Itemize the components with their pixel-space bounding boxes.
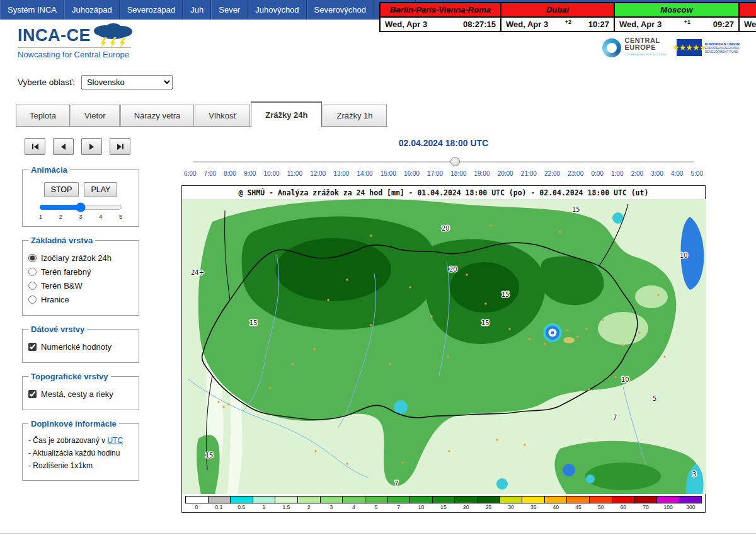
animation-fieldset: Animácia STOP PLAY 12345 bbox=[22, 165, 139, 227]
radio-terrain-bw-label: Terén B&W bbox=[41, 281, 83, 290]
hour-tick[interactable]: 5:00 bbox=[691, 170, 703, 177]
time-slider[interactable] bbox=[193, 157, 694, 167]
hour-tick[interactable]: 23:00 bbox=[568, 170, 583, 177]
hour-tick[interactable]: 22:00 bbox=[544, 170, 560, 177]
hour-tick[interactable]: 9:00 bbox=[244, 170, 256, 177]
nav-item[interactable]: Juhozápad bbox=[64, 0, 120, 20]
central-europe-line2: EUROPE bbox=[625, 44, 667, 51]
colorbar-segment bbox=[612, 497, 635, 503]
hour-tick[interactable]: 7:00 bbox=[204, 170, 216, 177]
checkbox-numeric-values[interactable]: Numerické hodnoty bbox=[28, 342, 133, 352]
time-slider-track[interactable] bbox=[193, 161, 694, 163]
hour-tick[interactable]: 14:00 bbox=[357, 170, 373, 177]
nav-item[interactable]: Severovýchod bbox=[307, 0, 374, 20]
eu-flag-icon: ★★★★★ bbox=[677, 39, 702, 56]
colorbar-segment bbox=[186, 497, 209, 503]
radio-isolines-24h-input[interactable] bbox=[28, 254, 37, 262]
radio-isolines-24h-label: Izočiary zrážok 24h bbox=[41, 253, 112, 263]
tab-teplota[interactable]: Teplota bbox=[16, 105, 70, 126]
colorbar-label: 5 bbox=[365, 504, 387, 510]
time-slider-handle[interactable] bbox=[450, 157, 460, 166]
hour-tick[interactable]: 16:00 bbox=[404, 170, 420, 177]
tab-nárazy-vetra[interactable]: Nárazy vetra bbox=[120, 105, 195, 126]
step-back-button[interactable] bbox=[53, 138, 74, 155]
colorbar-segment bbox=[298, 497, 321, 503]
hour-tick[interactable]: 1:00 bbox=[611, 170, 623, 177]
checkbox-cities-roads-rivers[interactable]: Mestá, cesty a rieky bbox=[28, 389, 133, 399]
central-europe-logo: CENTRAL EUROPE COOPERATING FOR SUCCESS bbox=[602, 37, 667, 58]
info-line-resolution: - Rozlíšenie 1x1km bbox=[28, 461, 133, 470]
tab-zrážky-1h[interactable]: Zrážky 1h bbox=[323, 105, 386, 126]
hour-tick[interactable]: 8:00 bbox=[224, 170, 236, 177]
colorbar-label: 0.5 bbox=[230, 504, 253, 510]
skip-end-button[interactable] bbox=[110, 138, 130, 155]
tab-vietor[interactable]: Vietor bbox=[71, 105, 120, 126]
skip-start-button[interactable] bbox=[25, 138, 45, 155]
hour-tick[interactable]: 20:00 bbox=[498, 170, 513, 177]
map-canvas[interactable]: 152020151515101057157324+ bbox=[182, 199, 706, 494]
radio-terrain-color-input[interactable] bbox=[28, 268, 37, 276]
hour-tick[interactable]: 10:00 bbox=[264, 170, 280, 177]
colorbar-label: 30 bbox=[500, 504, 522, 510]
nav-item[interactable]: Juh bbox=[183, 0, 211, 20]
hour-tick[interactable]: 12:00 bbox=[310, 170, 326, 177]
radio-terrain-bw-input[interactable] bbox=[28, 282, 37, 290]
hour-tick[interactable]: 18:00 bbox=[450, 170, 466, 177]
radio-borders-label: Hranice bbox=[41, 295, 69, 304]
colorbar-segment bbox=[590, 497, 612, 503]
colorbar-segment bbox=[410, 497, 433, 503]
colorbar-label: 60 bbox=[612, 504, 634, 510]
colorbar-label: 40 bbox=[545, 504, 568, 510]
hour-tick[interactable]: 3:00 bbox=[651, 170, 663, 177]
hour-tick[interactable]: 19:00 bbox=[474, 170, 490, 177]
hour-tick[interactable]: 21:00 bbox=[521, 170, 537, 177]
current-time-label: 02.04.2024 18:00 UTC bbox=[181, 138, 706, 148]
radio-borders-input[interactable] bbox=[28, 296, 37, 304]
tab-vlhkosť[interactable]: Vlhkosť bbox=[195, 105, 250, 126]
hour-tick[interactable]: 6:00 bbox=[184, 170, 196, 177]
checkbox-numeric-values-input[interactable] bbox=[28, 343, 37, 351]
hour-tick[interactable]: 15:00 bbox=[381, 170, 396, 177]
checkbox-cities-roads-rivers-input[interactable] bbox=[28, 390, 37, 398]
radio-terrain-bw[interactable]: Terén B&W bbox=[28, 281, 133, 290]
nav-item[interactable]: Systém INCA bbox=[0, 0, 64, 20]
hour-tick[interactable]: 17:00 bbox=[427, 170, 443, 177]
nav-item[interactable]: Sever bbox=[211, 0, 248, 20]
hour-tick[interactable]: 4:00 bbox=[671, 170, 683, 177]
colorbar-label: 100 bbox=[657, 504, 680, 510]
region-select[interactable]: Slovensko bbox=[81, 75, 173, 89]
nav-item[interactable]: Juhovýchod bbox=[248, 0, 306, 20]
hour-labels: 6:007:008:009:0010:0011:0012:0013:0014:0… bbox=[184, 170, 703, 177]
data-layers-legend: Dátové vrstvy bbox=[28, 325, 87, 334]
colorbar-segment bbox=[522, 497, 545, 503]
isoline-label: 10 bbox=[621, 376, 629, 383]
speed-scale: 12345 bbox=[39, 214, 122, 220]
topo-layers-legend: Topografické vrstvy bbox=[28, 372, 111, 381]
step-forward-button[interactable] bbox=[81, 138, 102, 155]
colorbar-segment bbox=[365, 497, 388, 503]
clock-zone-name: Moscow bbox=[615, 3, 738, 16]
hour-tick[interactable]: 0:00 bbox=[591, 170, 603, 177]
stop-button[interactable]: STOP bbox=[44, 182, 79, 197]
checkbox-numeric-values-label: Numerické hodnoty bbox=[41, 342, 112, 352]
radio-borders[interactable]: Hranice bbox=[28, 295, 133, 304]
colorbar-label: 7 bbox=[387, 504, 410, 510]
colorbar-label: 2 bbox=[297, 504, 320, 510]
animation-speed-slider[interactable] bbox=[39, 202, 122, 212]
nav-item[interactable]: Severozápad bbox=[120, 0, 183, 20]
central-europe-tagline: COOPERATING FOR SUCCESS bbox=[625, 51, 667, 58]
precip-map: @ SHMÚ - Analýza zrážok za 24 hod [mm] -… bbox=[181, 185, 706, 513]
hour-tick[interactable]: 11:00 bbox=[287, 170, 302, 177]
radio-terrain-color[interactable]: Terén farebný bbox=[28, 267, 133, 277]
hour-tick[interactable]: 2:00 bbox=[631, 170, 643, 177]
radio-isolines-24h[interactable]: Izočiary zrážok 24h bbox=[28, 253, 133, 263]
isoline-label: 7 bbox=[394, 480, 398, 487]
isoline-label: 7 bbox=[613, 414, 617, 421]
isoline-label: 15 bbox=[572, 206, 580, 213]
utc-link[interactable]: UTC bbox=[107, 436, 123, 445]
hour-tick[interactable]: 13:00 bbox=[333, 170, 349, 177]
colorbar-label: 4 bbox=[343, 504, 365, 510]
tab-zrážky-24h[interactable]: Zrážky 24h bbox=[251, 101, 322, 127]
isoline-label: 15 bbox=[501, 291, 510, 298]
play-button[interactable]: PLAY bbox=[84, 182, 117, 197]
